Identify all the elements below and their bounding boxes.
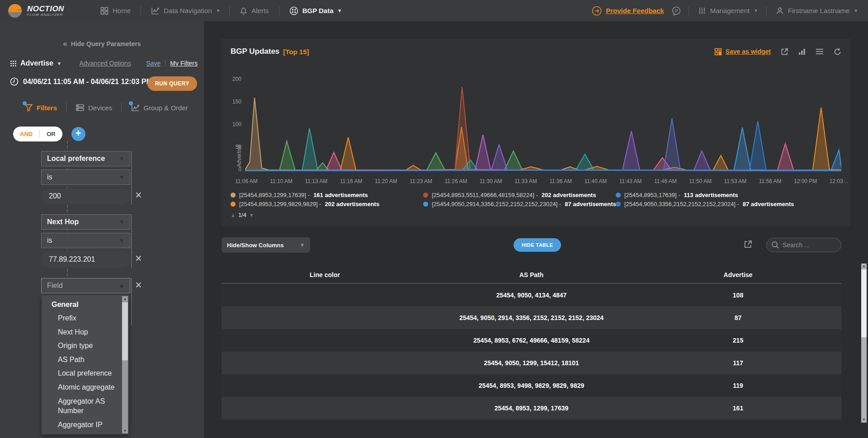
nav-item-alerts[interactable]: Alerts xyxy=(230,0,278,21)
remove-filter-button[interactable]: × xyxy=(135,279,142,291)
scroll-up-arrow[interactable]: ▲ xyxy=(861,264,867,269)
date-range-picker[interactable]: 04/06/21 11:05 AM - 04/06/21 12:03 PM ▾ xyxy=(10,77,160,86)
tab-filters[interactable]: Filters xyxy=(24,104,57,112)
brand-logo[interactable]: NOCTION FLOW ANALYZER xyxy=(0,3,90,19)
table-scrollbar[interactable]: ▲ ▼ xyxy=(861,264,867,423)
my-filters-link[interactable]: My Filters xyxy=(170,60,198,67)
or-toggle[interactable]: OR xyxy=(40,127,62,141)
legend-item[interactable]: [25454,8953,17639] - 113 advertisements xyxy=(616,192,792,198)
column-header-line-color[interactable]: Line color xyxy=(222,271,428,278)
table-row[interactable]: 25454, 8953, 1299, 17639161 xyxy=(222,397,841,419)
group-bracket xyxy=(131,151,132,205)
filter-value-input[interactable]: 200 xyxy=(41,188,130,204)
table-row[interactable]: 25454, 8953, 9498, 9829, 9829, 9829119 xyxy=(222,374,841,397)
column-header-advertise[interactable]: Advertise xyxy=(635,271,841,278)
advertise-cell: 215 xyxy=(635,337,841,344)
legend-item[interactable]: [25454,8953,1299,17639] - 161 advertisem… xyxy=(231,192,407,198)
hide-query-parameters-button[interactable]: «Hide Query Parameters xyxy=(0,39,204,48)
x-tick: 11:23 AM xyxy=(410,178,432,184)
table-row[interactable]: 25454, 9050, 1299, 15412, 18101117 xyxy=(222,352,841,374)
filter-field-select-open[interactable]: Field ▲ xyxy=(41,278,130,293)
field-dropdown-list: General PrefixNext HopOrigin typeAS Path… xyxy=(42,295,129,434)
dropdown-option[interactable]: Prefix xyxy=(42,311,129,325)
dropdown-option[interactable]: Local preference xyxy=(42,367,129,381)
table-row[interactable]: 25454, 8953, 6762, 49666, 48159, 5822421… xyxy=(222,329,841,352)
search-input[interactable] xyxy=(783,241,832,249)
scroll-up-arrow[interactable]: ▲ xyxy=(122,296,128,301)
add-filter-button[interactable]: + xyxy=(71,127,85,141)
and-toggle[interactable]: AND xyxy=(13,127,39,141)
legend-item[interactable]: [25454,9050,3356,2152,2152,2152,23024] -… xyxy=(616,201,792,207)
scroll-thumb[interactable] xyxy=(861,269,867,337)
chat-bubble-icon[interactable] xyxy=(671,6,681,16)
hide-show-columns-select[interactable]: Hide/Show Columns ▼ xyxy=(222,237,310,253)
export-external-link-icon[interactable] xyxy=(744,240,752,249)
bar-chart-icon[interactable] xyxy=(798,48,806,55)
hide-table-button[interactable]: HIDE TABLE xyxy=(514,238,561,252)
x-tick: 12:00 PM xyxy=(794,178,817,184)
scroll-thumb[interactable] xyxy=(122,302,128,360)
run-query-button[interactable]: RUN QUERY xyxy=(147,76,197,91)
mode-label: Advertise xyxy=(20,59,53,67)
mode-select[interactable]: Advertise ▾ xyxy=(10,59,60,67)
table-row[interactable]: 25454, 9050, 2914, 3356, 2152, 2152, 215… xyxy=(222,306,841,329)
dropdown-option[interactable]: Aggregator IP xyxy=(42,418,129,432)
chevron-down-icon: ▾ xyxy=(217,8,220,14)
menu-icon[interactable] xyxy=(816,48,824,55)
search-icon xyxy=(771,241,779,249)
legend-color-dot xyxy=(231,193,236,198)
dropdown-option[interactable]: Next Hop xyxy=(42,325,129,339)
remove-filter-button[interactable]: × xyxy=(135,189,142,201)
tab-group-order[interactable]: Group & Order xyxy=(131,104,188,112)
chevron-down-icon: ▾ xyxy=(854,8,857,14)
filter-operator-select[interactable]: is ▼ xyxy=(41,170,130,185)
as-path-cell: 25454, 8953, 9498, 9829, 9829, 9829 xyxy=(428,382,635,389)
group-bracket xyxy=(131,278,132,325)
scroll-down-arrow[interactable]: ▼ xyxy=(122,428,128,433)
save-link[interactable]: Save xyxy=(146,60,160,67)
legend-page-down-arrow[interactable]: ▼ xyxy=(249,212,254,218)
external-link-icon[interactable] xyxy=(781,48,788,56)
legend-item[interactable]: [25454,9050,2914,3356,2152,2152,2152,230… xyxy=(423,201,599,207)
x-tick: 11:40 AM xyxy=(585,178,607,184)
dropdown-option[interactable]: Aggregator AS Number xyxy=(42,395,129,418)
divider xyxy=(165,60,165,67)
nav-label: Data Navigation xyxy=(164,7,212,14)
filter-field-select[interactable]: Next Hop ▼ xyxy=(41,214,130,230)
dropdown-option[interactable]: Atomic aggregate xyxy=(42,381,129,395)
filter-field-select[interactable]: Local preference ▼ xyxy=(41,151,130,166)
scroll-down-arrow[interactable]: ▼ xyxy=(861,417,867,423)
dropdown-scrollbar[interactable]: ▲ ▼ xyxy=(122,296,128,433)
dropdown-option[interactable]: Origin type xyxy=(42,339,129,353)
nav-item-bgp-data[interactable]: BGP Data ▾ xyxy=(279,0,351,21)
save-as-widget-button[interactable]: Save as widget xyxy=(714,48,771,56)
nav-item-data-navigation[interactable]: Data Navigation ▾ xyxy=(141,0,229,21)
legend-page-up-arrow[interactable]: ▲ xyxy=(231,212,236,218)
table-row[interactable]: 25454, 9050, 4134, 4847108 xyxy=(222,284,841,306)
legend-color-dot xyxy=(231,202,236,207)
filter-group-1: Local preference ▼ is ▼ 200 xyxy=(41,151,130,204)
advanced-options-link[interactable]: Advanced Options xyxy=(79,60,131,67)
remove-filter-button[interactable]: × xyxy=(135,253,142,264)
legend-as-path: [25454,9050,2914,3356,2152,2152,2152,230… xyxy=(432,201,561,207)
filter-operator-select[interactable]: is ▼ xyxy=(41,233,130,248)
legend-item[interactable]: [25454,8953,5511,49666,48159,58224] - 20… xyxy=(423,192,599,198)
dropdown-option[interactable]: AS Path xyxy=(42,353,129,367)
filter-value-input[interactable]: 77.89.223.201 xyxy=(41,251,130,268)
nav-label: Home xyxy=(113,7,131,14)
column-header-as-path[interactable]: AS Path xyxy=(428,271,635,278)
legend-count: 113 advertisements xyxy=(684,192,738,198)
provide-feedback-button[interactable]: Provide Feedback xyxy=(592,6,664,16)
tab-label: Group & Order xyxy=(143,104,188,112)
legend-item[interactable]: [25454,8953,1299,9829,9829] - 202 advert… xyxy=(231,201,407,207)
nav-label: Alerts xyxy=(251,7,269,14)
nav-item-home[interactable]: Home xyxy=(90,0,141,21)
bgp-updates-chart[interactable] xyxy=(245,77,841,174)
nav-label: Management xyxy=(710,7,750,14)
refresh-icon[interactable] xyxy=(834,48,841,56)
as-path-cell: 25454, 9050, 4134, 4847 xyxy=(428,292,635,299)
nav-item-management[interactable]: Management ▾ xyxy=(696,7,759,15)
nav-item-user[interactable]: Firstname Lastname ▾ xyxy=(774,7,859,15)
tab-devices[interactable]: Devices xyxy=(75,104,112,112)
chevron-down-icon: ▾ xyxy=(339,8,341,14)
